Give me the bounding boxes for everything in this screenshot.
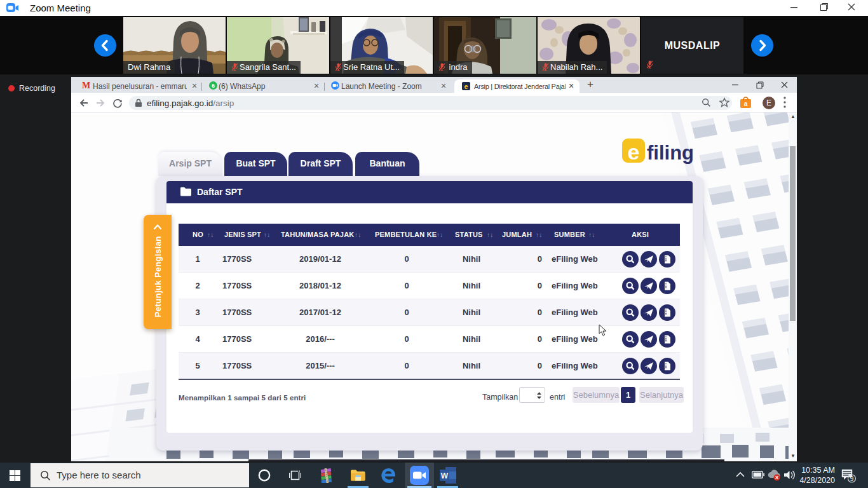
svg-text:filing: filing [647, 142, 694, 164]
svg-text:a: a [744, 100, 748, 107]
svg-text:W: W [441, 471, 449, 480]
svg-text:e: e [628, 140, 640, 164]
svg-text:9: 9 [850, 475, 854, 482]
svg-text:e: e [464, 83, 468, 90]
svg-text:6: 6 [212, 83, 215, 89]
